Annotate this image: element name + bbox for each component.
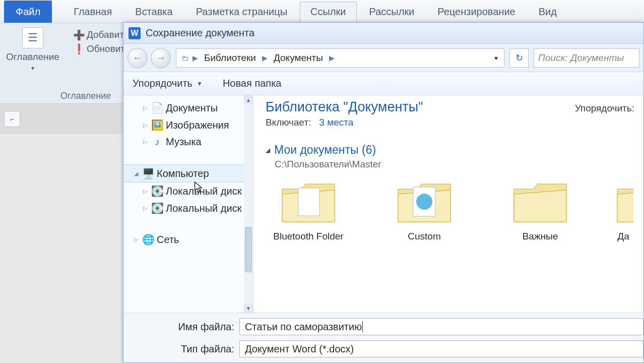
expand-icon[interactable]: ▷ <box>142 205 149 212</box>
tree-item-label: Музыка <box>166 136 202 148</box>
folder-content: Библиотека "Документы" Упорядочить: Вклю… <box>253 95 643 313</box>
folder-root-icon: 🗀 <box>178 54 191 62</box>
scroll-down-icon[interactable]: ▼ <box>244 304 253 313</box>
filename-input[interactable]: Статьи по саморазвитию <box>239 318 643 335</box>
nav-back-button[interactable]: ← <box>127 48 148 68</box>
sort-by-button[interactable]: Упорядочить: <box>575 103 634 114</box>
tab-file[interactable]: Файл <box>4 1 52 23</box>
network-icon: 🌐 <box>143 233 154 246</box>
update-toc-icon: ❗ <box>75 44 84 53</box>
refresh-button[interactable]: ↻ <box>509 48 529 68</box>
tree-item-label: Локальный диск <box>166 203 241 214</box>
expand-icon[interactable]: ▷ <box>142 122 149 129</box>
folder-item[interactable]: Custom <box>381 179 467 242</box>
tab-home[interactable]: Главная <box>63 2 122 23</box>
tree-item-drive-d[interactable]: ▷ 💽 Локальный диск <box>123 200 253 217</box>
filename-row: Имя файла: Статьи по саморазвитию <box>169 318 643 335</box>
filetype-value: Документ Word (*.docx) <box>245 343 354 355</box>
dialog-titlebar[interactable]: W Сохранение документа <box>123 23 643 44</box>
expand-icon[interactable]: ▷ <box>142 188 149 195</box>
expand-icon[interactable]: ▷ <box>142 105 149 111</box>
tab-view[interactable]: Вид <box>528 2 567 23</box>
folder-icon <box>394 179 455 227</box>
scroll-up-icon[interactable]: ▲ <box>244 95 253 104</box>
dialog-body: ▷ 📄 Документы ▷ 🖼️ Изображения ▷ ♪ Музык… <box>123 95 643 313</box>
toc-dropdown-caret[interactable]: ▾ <box>31 65 34 72</box>
section-header[interactable]: ◢ Мои документы (6) <box>266 143 634 157</box>
includes-link[interactable]: 3 места <box>319 117 353 128</box>
folder-label: Custom <box>408 231 440 242</box>
tree-item-label: Документы <box>166 102 218 114</box>
add-text-icon: ➕ <box>75 30 84 39</box>
tab-insert[interactable]: Вставка <box>124 2 183 23</box>
word-ribbon-tabs: Файл Главная Вставка Разметка страницы С… <box>0 0 644 23</box>
chevron-down-icon: ▼ <box>197 80 203 87</box>
chevron-right-icon[interactable]: ▶ <box>261 54 269 62</box>
scroll-thumb[interactable] <box>245 227 252 272</box>
chevron-right-icon[interactable]: ▶ <box>328 54 336 62</box>
organize-button[interactable]: Упорядочить ▼ <box>133 78 203 89</box>
collapse-icon[interactable]: ◢ <box>133 170 140 177</box>
breadcrumb-current[interactable]: Документы <box>269 52 328 64</box>
drive-icon: 💽 <box>152 202 163 214</box>
chevron-right-icon[interactable]: ▶ <box>191 54 199 62</box>
images-icon: 🖼️ <box>152 119 163 131</box>
text-caret-icon <box>362 321 363 332</box>
tree-item-documents[interactable]: ▷ 📄 Документы <box>123 99 253 116</box>
ruler-corner-icon[interactable]: ⌐ <box>4 111 20 127</box>
tree-scrollbar[interactable]: ▲ ▼ <box>244 95 253 313</box>
tab-layout[interactable]: Разметка страницы <box>185 2 298 23</box>
tab-mail[interactable]: Рассылки <box>359 2 425 23</box>
tree-item-network[interactable]: ▷ 🌐 Сеть <box>123 231 253 248</box>
tree-item-drive-c[interactable]: ▷ 💽 Локальный диск <box>123 183 253 200</box>
library-title: Библиотека "Документы" <box>266 99 423 115</box>
folder-item[interactable]: Bluetooth Folder <box>266 179 351 242</box>
tree-item-music[interactable]: ▷ ♪ Музыка <box>123 134 253 150</box>
ribbon-group-label: Оглавление <box>0 91 111 101</box>
tab-review[interactable]: Рецензирование <box>427 2 526 23</box>
folder-item[interactable]: Да <box>613 179 633 242</box>
music-icon: ♪ <box>152 136 163 148</box>
breadcrumb-dropdown-icon[interactable]: ▾ <box>490 54 502 62</box>
nav-tree: ▷ 📄 Документы ▷ 🖼️ Изображения ▷ ♪ Музык… <box>123 95 253 313</box>
toc-label[interactable]: Оглавление <box>6 51 59 63</box>
word-app-icon: W <box>128 27 141 39</box>
section-path: C:\Пользователи\Master <box>275 159 634 170</box>
filetype-row: Тип файла: Документ Word (*.docx) <box>169 340 643 357</box>
new-folder-button[interactable]: Новая папка <box>223 78 282 89</box>
dialog-title: Сохранение документа <box>146 27 254 39</box>
tree-item-label: Изображения <box>166 119 229 131</box>
search-input[interactable]: Поиск: Документы <box>534 48 639 68</box>
folder-icon <box>510 179 570 227</box>
toc-icon[interactable]: ☰ <box>22 27 43 48</box>
tree-item-label: Компьютер <box>157 168 209 179</box>
folder-grid: Bluetooth Folder Custom <box>266 179 634 242</box>
folder-icon <box>613 179 633 227</box>
dialog-address-bar: ← → 🗀 ▶ Библиотеки ▶ Документы ▶ ▾ ↻ Пои… <box>123 44 643 72</box>
filetype-label: Тип файла: <box>169 343 234 355</box>
section-title: Мои документы (6) <box>274 143 376 157</box>
svg-point-2 <box>416 194 432 210</box>
folder-icon <box>278 179 339 227</box>
breadcrumb-bar[interactable]: 🗀 ▶ Библиотеки ▶ Документы ▶ ▾ <box>176 48 504 68</box>
tab-references[interactable]: Ссылки <box>300 2 356 23</box>
collapse-caret-icon[interactable]: ◢ <box>266 147 270 154</box>
library-subtitle: Включает: 3 места <box>266 117 634 128</box>
tree-item-computer[interactable]: ◢ 🖥️ Компьютер <box>123 164 253 183</box>
expand-icon[interactable]: ▷ <box>142 139 149 145</box>
organize-label: Упорядочить <box>133 78 192 89</box>
dialog-toolbar: Упорядочить ▼ Новая папка <box>123 72 643 95</box>
tree-item-label: Сеть <box>157 234 179 246</box>
drive-icon: 💽 <box>152 185 163 197</box>
ribbon-toc-group: ☰ Оглавление ▾ <box>6 27 59 72</box>
tree-item-images[interactable]: ▷ 🖼️ Изображения <box>123 116 253 134</box>
svg-rect-0 <box>298 188 319 216</box>
folder-item[interactable]: Важные <box>497 179 583 242</box>
folder-label: Да <box>617 231 629 242</box>
filename-value: Статьи по саморазвитию <box>245 321 362 333</box>
documents-icon: 📄 <box>152 102 163 114</box>
filetype-select[interactable]: Документ Word (*.docx) <box>239 340 643 357</box>
nav-forward-button[interactable]: → <box>151 48 171 68</box>
expand-icon[interactable]: ▷ <box>133 236 140 243</box>
breadcrumb-root[interactable]: Библиотеки <box>199 52 261 64</box>
